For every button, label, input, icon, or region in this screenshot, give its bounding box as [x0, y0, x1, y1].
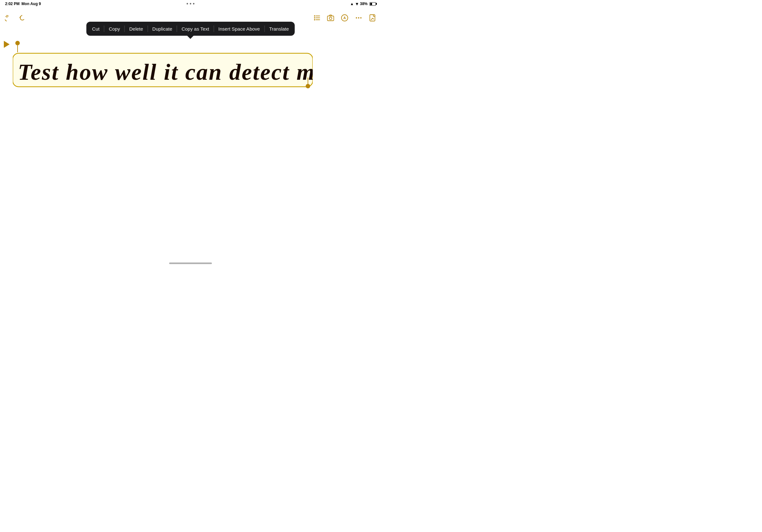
svg-rect-6 [327, 16, 334, 21]
new-note-button[interactable] [368, 13, 377, 22]
context-menu: Cut Copy Delete Duplicate Copy as Text I… [87, 22, 295, 36]
camera-button[interactable] [326, 13, 335, 22]
marker-button[interactable]: A [340, 13, 349, 22]
status-bar-right: ▲ ▾ 38% [350, 1, 376, 6]
handwriting-area[interactable]: Test how well it can detect my writing [13, 44, 313, 91]
location-icon: ▲ [350, 2, 354, 6]
svg-point-11 [358, 17, 359, 19]
battery-percent: 38% [360, 2, 368, 6]
svg-point-12 [360, 17, 361, 19]
svg-point-7 [329, 17, 332, 20]
date: Mon Aug 9 [21, 2, 41, 6]
tasks-button[interactable] [312, 13, 321, 22]
delete-button[interactable]: Delete [125, 23, 147, 34]
wifi-icon: ▾ [356, 1, 358, 6]
svg-point-10 [356, 17, 357, 19]
insert-space-above-button[interactable]: Insert Space Above [214, 23, 264, 34]
cut-button[interactable]: Cut [88, 23, 104, 34]
svg-point-4 [314, 19, 315, 21]
time: 2:02 PM [5, 2, 20, 6]
copy-button[interactable]: Copy [104, 23, 124, 34]
status-bar: 2:02 PM Mon Aug 9 • • • ▲ ▾ 38% [0, 0, 381, 8]
status-bar-center: • • • [187, 1, 194, 7]
svg-point-2 [314, 17, 315, 19]
translate-button[interactable]: Translate [265, 23, 293, 34]
toolbar: Cut Copy Delete Duplicate Copy as Text I… [0, 11, 381, 25]
undo-button[interactable] [18, 13, 27, 22]
toolbar-left [4, 13, 27, 22]
dots-icon: • • • [187, 1, 194, 7]
toolbar-right: A [312, 13, 377, 22]
duplicate-button[interactable]: Duplicate [148, 23, 177, 34]
svg-point-0 [314, 15, 315, 17]
home-indicator [169, 262, 212, 264]
svg-text:Test how well it can detect my: Test how well it can detect my writing [18, 59, 313, 85]
svg-rect-13 [370, 15, 375, 21]
copy-as-text-button[interactable]: Copy as Text [177, 23, 213, 34]
canvas[interactable]: Test how well it can detect my writing [0, 25, 381, 256]
lasso-tool-button[interactable] [4, 13, 13, 22]
play-button[interactable] [4, 41, 10, 49]
handwriting-text: Test how well it can detect my writing [13, 52, 313, 91]
status-bar-left: 2:02 PM Mon Aug 9 [5, 2, 41, 6]
battery-icon [369, 2, 376, 6]
selection-handle-bottom-right[interactable] [306, 78, 310, 88]
more-button[interactable] [354, 13, 363, 22]
svg-text:A: A [343, 16, 346, 20]
